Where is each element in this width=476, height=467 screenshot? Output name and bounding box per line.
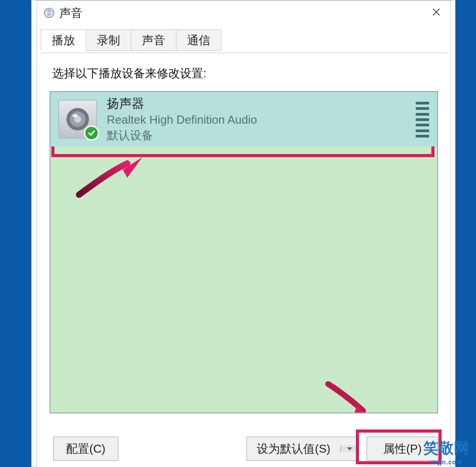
configure-button[interactable]: 配置(C) xyxy=(53,437,118,461)
sound-dialog: 声音 播放 录制 声音 通信 选择以下播放设备来修改设置: 扬声器 Re xyxy=(37,0,451,467)
set-default-splitbutton[interactable]: 设为默认值(S) xyxy=(246,437,359,461)
device-list[interactable]: 扬声器 Realtek High Definition Audio 默认设备 xyxy=(50,91,438,413)
device-row-speaker[interactable]: 扬声器 Realtek High Definition Audio 默认设备 xyxy=(50,92,437,146)
instruction-text: 选择以下播放设备来修改设置: xyxy=(52,66,438,81)
annotation-arrow-device xyxy=(75,154,150,198)
default-check-icon xyxy=(84,125,99,141)
speaker-icon xyxy=(58,100,97,138)
close-button[interactable] xyxy=(426,4,446,21)
close-icon xyxy=(431,7,441,17)
device-name: 扬声器 xyxy=(107,95,257,112)
tab-panel-playback: 选择以下播放设备来修改设置: 扬声器 Realtek High Definiti… xyxy=(41,53,447,467)
tab-recording[interactable]: 录制 xyxy=(86,29,131,51)
tab-playback-label: 播放 xyxy=(52,33,75,48)
svg-point-7 xyxy=(72,114,78,117)
sound-icon xyxy=(43,7,55,19)
tab-sounds[interactable]: 声音 xyxy=(131,29,176,51)
tab-communications[interactable]: 通信 xyxy=(176,29,221,51)
window-title: 声音 xyxy=(59,5,83,21)
device-driver: Realtek High Definition Audio xyxy=(107,113,257,127)
chevron-down-icon xyxy=(346,445,353,452)
device-texts: 扬声器 Realtek High Definition Audio 默认设备 xyxy=(107,95,257,143)
set-default-label: 设为默认值(S) xyxy=(247,441,340,457)
titlebar: 声音 xyxy=(37,1,451,25)
tab-sounds-label: 声音 xyxy=(142,33,165,48)
set-default-dropdown[interactable] xyxy=(340,445,358,452)
annotation-arrow-properties xyxy=(323,381,381,413)
properties-button[interactable]: 属性(P) xyxy=(367,437,438,461)
tab-recording-label: 录制 xyxy=(97,33,120,48)
level-meter-icon xyxy=(416,102,429,138)
properties-label: 属性(P) xyxy=(383,441,422,457)
button-row: 配置(C) 设为默认值(S) 属性(P) xyxy=(53,436,438,462)
configure-label: 配置(C) xyxy=(66,441,105,457)
tab-row: 播放 录制 声音 通信 xyxy=(41,29,451,51)
svg-point-1 xyxy=(47,13,51,16)
tab-playback[interactable]: 播放 xyxy=(41,29,86,51)
tab-communications-label: 通信 xyxy=(187,33,210,48)
device-status: 默认设备 xyxy=(107,128,257,143)
